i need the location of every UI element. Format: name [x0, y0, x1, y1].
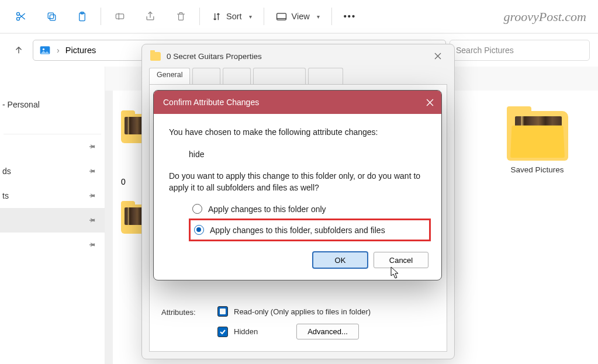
confirm-titlebar[interactable]: Confirm Attribute Changes	[154, 91, 441, 114]
copy-button[interactable]	[36, 3, 67, 30]
properties-titlebar[interactable]: 0 Secret Guitars Properties	[142, 44, 454, 68]
close-button[interactable]	[418, 91, 441, 114]
checkbox-indeterminate-icon[interactable]	[217, 306, 228, 317]
highlight-annotation: Apply changes to this folder, subfolders…	[189, 219, 431, 241]
confirm-attr: hide	[169, 149, 426, 161]
cut-button[interactable]	[6, 3, 36, 30]
view-label: View	[292, 12, 310, 21]
sidebar-item[interactable]	[0, 134, 105, 159]
separator	[199, 8, 200, 25]
svg-rect-3	[48, 13, 54, 19]
separator	[331, 8, 332, 25]
cancel-button[interactable]: Cancel	[374, 252, 428, 268]
trash-icon	[175, 11, 186, 22]
share-button[interactable]	[135, 3, 165, 30]
paste-button[interactable]	[67, 3, 97, 30]
explorer-toolbar: Sort ▾ View ▾ ••• groovyPost.com	[0, 0, 598, 34]
navigation-pane: - Personal ds ts	[0, 67, 105, 364]
sort-button[interactable]: Sort ▾	[203, 3, 260, 30]
confirm-dialog: Confirm Attribute Changes You have chose…	[153, 90, 442, 280]
readonly-checkbox-row[interactable]: Read-only (Only applies to files in fold…	[217, 306, 371, 317]
folder-icon	[150, 52, 161, 61]
pin-icon	[88, 192, 96, 200]
search-placeholder: Search Pictures	[456, 46, 514, 55]
svg-point-9	[43, 48, 44, 50]
folder-label: 0	[121, 177, 126, 186]
sidebar-item-label: - Personal	[2, 100, 40, 109]
sort-icon	[212, 12, 222, 22]
radio-group: Apply changes to this folder only Apply …	[169, 204, 426, 241]
tab-other[interactable]	[223, 68, 251, 84]
view-icon	[276, 12, 287, 21]
breadcrumb-separator: ›	[57, 46, 60, 55]
pin-icon	[88, 143, 96, 151]
radio-folder-only[interactable]: Apply changes to this folder only	[192, 204, 426, 214]
clipboard-icon	[77, 11, 88, 23]
close-icon	[434, 53, 441, 60]
more-button[interactable]: •••	[336, 3, 364, 30]
properties-tabs: General	[142, 68, 454, 84]
folder-tile-saved-pictures[interactable]: Saved Pictures	[502, 111, 572, 174]
share-icon	[144, 11, 156, 22]
hidden-label: Hidden	[234, 327, 258, 336]
readonly-label: Read-only (Only applies to files in fold…	[234, 307, 371, 316]
sidebar-item-label: ds	[2, 167, 11, 176]
sidebar-item[interactable]: ts	[0, 183, 105, 208]
delete-button[interactable]	[165, 3, 196, 30]
close-button[interactable]	[430, 48, 446, 64]
svg-rect-7	[276, 13, 286, 19]
confirm-footer: OK Cancel	[154, 252, 441, 280]
radio-icon[interactable]	[194, 225, 204, 235]
properties-title: 0 Secret Guitars Properties	[167, 52, 424, 61]
sidebar-item[interactable]	[0, 233, 105, 257]
confirm-title-text: Confirm Attribute Changes	[163, 98, 259, 107]
folder-label: Saved Pictures	[502, 165, 572, 174]
breadcrumb-current[interactable]: Pictures	[65, 46, 96, 55]
tab-general[interactable]: General	[149, 68, 190, 84]
tab-other[interactable]	[192, 68, 220, 84]
chevron-down-icon: ▾	[317, 13, 320, 20]
nav-scrollbar[interactable]	[105, 91, 113, 364]
svg-rect-6	[116, 14, 123, 19]
sidebar-item[interactable]: ds	[0, 159, 105, 183]
rename-button[interactable]	[105, 3, 135, 30]
svg-rect-2	[50, 15, 56, 20]
up-arrow-icon	[13, 45, 24, 56]
scissors-icon	[15, 11, 27, 22]
up-button[interactable]	[8, 40, 29, 61]
sidebar-item-label: ts	[2, 191, 9, 200]
confirm-body: You have chosen to make the following at…	[154, 114, 441, 252]
view-button[interactable]: View ▾	[268, 3, 328, 30]
watermark: groovyPost.com	[503, 9, 586, 25]
rename-icon	[114, 11, 126, 22]
attributes-label: Attributes:	[161, 306, 203, 317]
radio-label: Apply changes to this folder only	[208, 204, 326, 214]
sidebar-item[interactable]	[0, 208, 105, 233]
tab-other[interactable]	[308, 68, 343, 84]
radio-subfolders[interactable]: Apply changes to this folder, subfolders…	[194, 225, 385, 235]
sidebar-item-personal[interactable]: - Personal	[0, 92, 105, 117]
ok-button[interactable]: OK	[313, 252, 368, 268]
check-icon	[219, 328, 226, 335]
pin-icon	[88, 241, 96, 249]
pictures-icon	[39, 44, 51, 56]
pin-icon	[88, 216, 96, 224]
close-icon	[426, 99, 434, 106]
separator	[101, 8, 101, 25]
radio-label: Apply changes to this folder, subfolders…	[210, 226, 385, 235]
copy-icon	[46, 11, 57, 22]
radio-icon[interactable]	[192, 204, 202, 214]
tab-other[interactable]	[253, 68, 306, 84]
hidden-checkbox[interactable]	[217, 327, 228, 337]
confirm-line2: Do you want to apply this change to this…	[169, 171, 426, 193]
sort-label: Sort	[226, 12, 242, 21]
search-input[interactable]: Search Pictures	[450, 40, 590, 61]
advanced-button[interactable]: Advanced...	[296, 324, 359, 339]
pin-icon	[88, 167, 96, 175]
chevron-down-icon: ▾	[249, 13, 252, 20]
confirm-line1: You have chosen to make the following at…	[169, 127, 426, 138]
separator	[264, 8, 264, 25]
